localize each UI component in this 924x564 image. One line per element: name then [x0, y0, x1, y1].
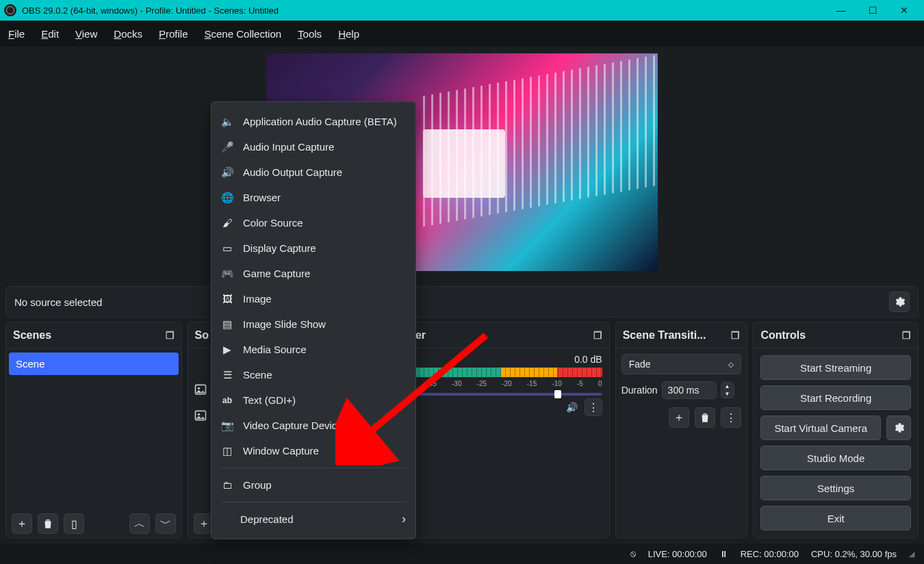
menu-view[interactable]: View — [75, 28, 97, 40]
gear-icon — [893, 296, 906, 308]
transitions-title: Scene Transiti... — [623, 329, 706, 342]
trash-icon — [699, 411, 711, 424]
text-icon: ab — [221, 396, 233, 405]
detach-icon[interactable]: ❐ — [166, 330, 175, 341]
menu-scene-collection[interactable]: Scene Collection — [205, 28, 282, 40]
settings-button[interactable]: Settings — [760, 476, 911, 500]
ctx-window-capture[interactable]: ◫Window Capture — [211, 438, 415, 463]
start-virtual-camera-button[interactable]: Start Virtual Camera — [760, 415, 881, 440]
pause-icon: ⏸ — [719, 549, 728, 559]
source-properties-button[interactable] — [889, 292, 910, 312]
ctx-image-slide-show[interactable]: ▤Image Slide Show — [211, 311, 415, 337]
ctx-app-audio-capture[interactable]: 🔈Application Audio Capture (BETA) — [211, 109, 415, 134]
detach-icon[interactable]: ❐ — [902, 330, 911, 341]
cpu-status: CPU: 0.2%, 30.00 fps — [811, 549, 897, 559]
gear-icon — [893, 422, 905, 434]
duration-spinner[interactable]: ▲▼ — [721, 382, 734, 398]
statusbar: ⦸ LIVE: 00:00:00 ⏸ REC: 00:00:00 CPU: 0.… — [0, 543, 924, 564]
live-status: LIVE: 00:00:00 — [648, 549, 707, 559]
add-source-context-menu: 🔈Application Audio Capture (BETA) 🎤Audio… — [211, 101, 416, 539]
svg-point-1 — [197, 387, 199, 389]
remove-scene-button[interactable] — [38, 513, 58, 534]
image-icon — [194, 383, 207, 396]
audio-options-button[interactable]: ⋮ — [585, 398, 602, 416]
virtual-camera-settings-button[interactable] — [886, 415, 911, 440]
selection-text: No source selected — [14, 296, 102, 308]
controls-title: Controls — [760, 329, 806, 342]
controls-panel: Controls ❐ Start Streaming Start Recordi… — [753, 322, 919, 538]
scene-transitions-panel: Scene Transiti... ❐ Fade ◇ Duration 300 … — [615, 322, 748, 538]
window-title: OBS 29.0.2 (64-bit, windows) - Profile: … — [22, 5, 825, 16]
maximize-button[interactable]: ☐ — [857, 0, 888, 21]
ctx-color-source[interactable]: 🖌Color Source — [211, 210, 415, 235]
ctx-media-source[interactable]: ▶Media Source — [211, 337, 415, 362]
ctx-browser[interactable]: 🌐Browser — [211, 185, 415, 210]
ctx-scene[interactable]: ☰Scene — [211, 362, 415, 387]
microphone-icon: 🎤 — [221, 141, 233, 153]
image-icon: 🖼 — [221, 293, 233, 305]
scene-down-button[interactable]: ﹀ — [155, 513, 176, 534]
play-icon: ▶ — [221, 344, 233, 356]
minimize-button[interactable]: — — [825, 0, 857, 21]
menu-tools[interactable]: Tools — [298, 28, 322, 40]
ctx-deprecated[interactable]: Deprecated — [211, 507, 415, 532]
menu-profile[interactable]: Profile — [159, 28, 188, 40]
ctx-game-capture[interactable]: 🎮Game Capture — [211, 261, 415, 286]
resize-grip-icon[interactable]: ◢ — [909, 550, 914, 559]
start-recording-button[interactable]: Start Recording — [760, 385, 911, 410]
detach-icon[interactable]: ❐ — [731, 330, 740, 341]
slideshow-icon: ▤ — [221, 318, 233, 331]
window-icon: ◫ — [221, 445, 233, 457]
menu-help[interactable]: Help — [338, 28, 359, 40]
folder-icon: 🗀 — [221, 479, 233, 491]
selection-bar: No source selected — [5, 286, 919, 318]
duration-label: Duration — [621, 385, 658, 396]
audio-db-value: 0.0 dB — [574, 354, 602, 365]
ctx-image[interactable]: 🖼Image — [211, 286, 415, 311]
speaker-icon: 🔊 — [221, 166, 233, 179]
exit-button[interactable]: Exit — [760, 506, 911, 530]
ctx-video-capture-device[interactable]: 📷Video Capture Device — [211, 413, 415, 438]
scene-up-button[interactable]: ︿ — [129, 513, 150, 534]
studio-mode-button[interactable]: Studio Mode — [760, 446, 911, 470]
scene-item[interactable]: Scene — [9, 352, 179, 375]
speaker-icon[interactable]: 🔊 — [566, 402, 578, 413]
sources-title: So — [195, 329, 209, 342]
close-button[interactable]: ✕ — [888, 0, 920, 21]
trash-icon — [42, 517, 54, 530]
svg-point-3 — [197, 413, 199, 415]
detach-icon[interactable]: ❐ — [593, 330, 602, 341]
brush-icon: 🖌 — [221, 217, 233, 229]
add-scene-button[interactable]: ＋ — [12, 513, 32, 534]
ctx-audio-output-capture[interactable]: 🔊Audio Output Capture — [211, 159, 415, 185]
preview-area — [0, 47, 924, 282]
scenes-panel: Scenes ❐ Scene ＋ ▯ ︿ ﹀ — [5, 322, 182, 538]
menu-edit[interactable]: Edit — [41, 28, 59, 40]
select-chevron-icon: ◇ — [728, 361, 734, 368]
ctx-group[interactable]: 🗀Group — [211, 472, 415, 498]
remove-transition-button[interactable] — [695, 407, 715, 428]
ctx-display-capture[interactable]: ▭Display Capture — [211, 235, 415, 261]
start-streaming-button[interactable]: Start Streaming — [760, 355, 911, 380]
rec-status: REC: 00:00:00 — [741, 549, 799, 559]
ctx-text[interactable]: abText (GDI+) — [211, 387, 415, 413]
scene-filters-button[interactable]: ▯ — [64, 513, 84, 534]
obs-logo-icon — [4, 4, 16, 16]
menu-file[interactable]: File — [8, 28, 25, 40]
duration-input[interactable]: 300 ms — [662, 381, 717, 399]
globe-icon: 🌐 — [221, 192, 233, 204]
ctx-audio-input-capture[interactable]: 🎤Audio Input Capture — [211, 134, 415, 159]
menu-docks[interactable]: Docks — [114, 28, 142, 40]
list-icon: ☰ — [221, 369, 233, 381]
add-transition-button[interactable]: ＋ — [669, 407, 689, 428]
speaker-box-icon: 🔈 — [221, 116, 233, 128]
camera-icon: 📷 — [221, 420, 233, 432]
transition-select[interactable]: Fade ◇ — [621, 354, 742, 374]
transition-properties-button[interactable]: ⋮ — [721, 407, 741, 428]
image-icon — [194, 409, 207, 422]
menubar: File Edit View Docks Profile Scene Colle… — [0, 21, 924, 47]
transition-value: Fade — [629, 359, 651, 370]
gamepad-icon: 🎮 — [221, 268, 233, 280]
scenes-title: Scenes — [13, 329, 51, 342]
no-stream-icon: ⦸ — [630, 548, 636, 559]
